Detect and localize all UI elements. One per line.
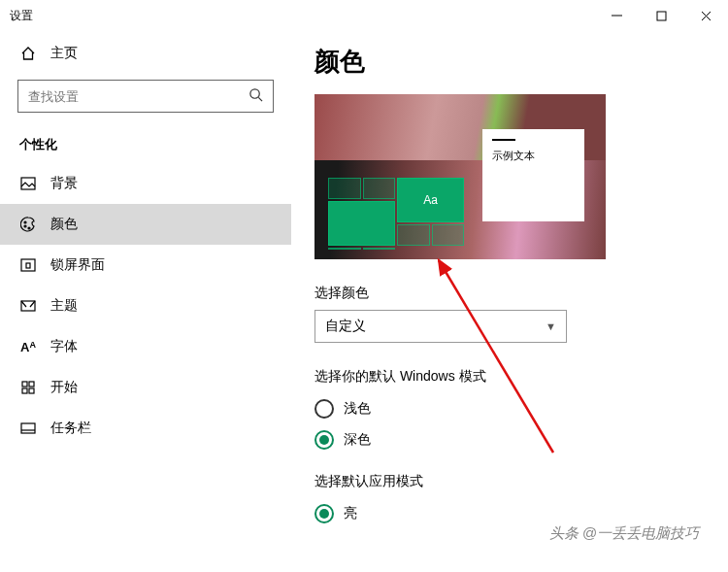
sidebar-item-taskbar[interactable]: 任务栏: [0, 408, 291, 449]
sidebar-item-fonts[interactable]: AA 字体: [0, 326, 291, 367]
content-pane: 颜色 Aa 示例文本 选择颜色 自定义 ▼ 选择你的默认 Windows 模式 …: [291, 31, 728, 572]
svg-line-5: [258, 97, 262, 101]
home-label: 主页: [50, 45, 78, 62]
svg-rect-1: [657, 12, 666, 20]
color-preview: Aa 示例文本: [314, 94, 606, 259]
radio-icon: [314, 399, 334, 419]
svg-rect-10: [21, 259, 35, 271]
taskbar-icon: [19, 422, 37, 434]
minimize-button[interactable]: [594, 0, 639, 31]
sidebar-item-lockscreen[interactable]: 锁屏界面: [0, 245, 291, 286]
page-title: 颜色: [314, 45, 728, 79]
home-icon: [19, 46, 37, 61]
radio-label: 亮: [344, 505, 357, 522]
svg-rect-15: [22, 388, 27, 393]
svg-point-9: [28, 227, 30, 229]
radio-icon: [314, 504, 334, 523]
sample-text: 示例文本: [492, 150, 535, 161]
choose-color-dropdown[interactable]: 自定义 ▼: [314, 310, 567, 343]
sidebar-item-themes[interactable]: 主题: [0, 286, 291, 326]
svg-point-8: [24, 225, 26, 227]
watermark: 头条 @一丢丢电脑技巧: [549, 524, 699, 543]
svg-rect-14: [29, 382, 34, 387]
svg-point-7: [24, 221, 26, 223]
search-box[interactable]: [17, 80, 274, 113]
dropdown-value: 自定义: [325, 318, 366, 335]
image-icon: [19, 177, 37, 190]
sidebar: 主页 个性化 背景 颜色 锁屏界面 主题 AA 字体 开始: [0, 31, 291, 572]
sidebar-group-header: 个性化: [0, 130, 291, 163]
sidebar-item-label: 字体: [50, 338, 78, 355]
sidebar-item-label: 背景: [50, 175, 78, 192]
start-icon: [19, 381, 37, 394]
sidebar-item-label: 颜色: [50, 216, 78, 233]
sidebar-item-label: 开始: [50, 379, 78, 396]
radio-icon: [314, 430, 334, 450]
tile-aa: Aa: [397, 178, 464, 222]
chevron-down-icon: ▼: [546, 320, 556, 332]
radio-label: 浅色: [344, 400, 371, 418]
sidebar-item-start[interactable]: 开始: [0, 367, 291, 408]
svg-rect-13: [22, 382, 27, 387]
palette-icon: [19, 217, 37, 232]
font-icon: AA: [19, 340, 37, 354]
maximize-button[interactable]: [639, 0, 683, 31]
svg-rect-11: [26, 263, 30, 268]
windows-mode-label: 选择你的默认 Windows 模式: [314, 368, 728, 386]
svg-rect-17: [21, 423, 35, 433]
radio-windows-dark[interactable]: 深色: [314, 424, 728, 455]
window-controls: [594, 0, 728, 31]
svg-rect-12: [21, 301, 35, 311]
search-input[interactable]: [28, 89, 248, 104]
sidebar-item-background[interactable]: 背景: [0, 163, 291, 204]
theme-icon: [19, 299, 37, 313]
sidebar-item-label: 主题: [50, 297, 78, 315]
sample-window: 示例文本: [482, 129, 584, 221]
app-mode-label: 选择默认应用模式: [314, 473, 728, 490]
search-icon: [248, 87, 263, 106]
svg-rect-6: [21, 178, 35, 189]
sidebar-item-label: 任务栏: [50, 420, 91, 437]
start-tile-preview: Aa: [328, 178, 464, 250]
lockscreen-icon: [19, 258, 37, 272]
svg-rect-16: [29, 388, 34, 393]
sidebar-item-label: 锁屏界面: [50, 256, 105, 274]
home-link[interactable]: 主页: [0, 37, 291, 70]
choose-color-label: 选择颜色: [314, 285, 728, 302]
sidebar-item-colors[interactable]: 颜色: [0, 204, 291, 245]
svg-point-4: [250, 88, 259, 97]
window-title: 设置: [10, 8, 33, 24]
close-button[interactable]: [683, 0, 728, 31]
radio-windows-light[interactable]: 浅色: [314, 393, 728, 424]
radio-label: 深色: [344, 431, 371, 449]
